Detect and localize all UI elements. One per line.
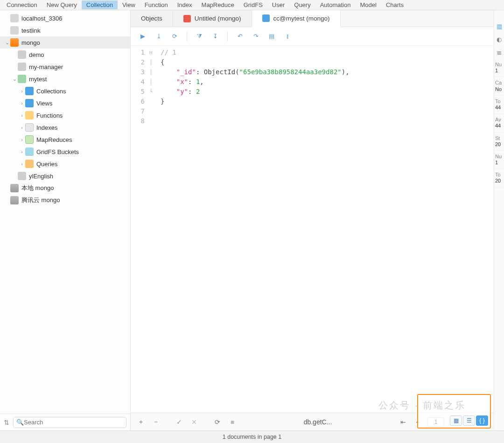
chevron-icon[interactable]: › — [19, 88, 25, 94]
search-icon: 🔍 — [16, 419, 24, 426]
stat-to: To44 — [494, 96, 504, 114]
chevron-icon[interactable]: › — [19, 137, 25, 142]
tab-label: Objects — [141, 15, 162, 22]
status-text: 1 documents in page 1 — [223, 434, 281, 440]
tree-item-gridfs-buckets[interactable]: ›GridFS Buckets — [0, 146, 130, 158]
conn-icon — [10, 196, 19, 204]
chevron-icon[interactable]: › — [19, 100, 25, 106]
stats-info-icon[interactable]: ◐ — [494, 33, 504, 46]
menu-automation[interactable]: Automation — [315, 0, 356, 9]
tree-item-my-manager[interactable]: my-manager — [0, 61, 130, 73]
view-json-button[interactable]: { } — [476, 415, 488, 426]
tab-untitled-mongo-[interactable]: Untitled (mongo) — [173, 10, 252, 27]
stat-nu: Nu1 — [494, 151, 504, 169]
tree-item-testlink[interactable]: testlink — [0, 24, 130, 36]
search-input[interactable] — [24, 419, 123, 426]
menu-gridfs[interactable]: GridFS — [239, 0, 267, 9]
status-bar: 1 documents in page 1 — [0, 430, 504, 443]
tree-item-label: Functions — [36, 112, 63, 119]
data-view-button[interactable]: ▤ — [265, 30, 278, 43]
chevron-icon[interactable]: › — [19, 149, 25, 155]
tree-item-demo[interactable]: demo — [0, 49, 130, 61]
view-grid-button[interactable]: ▦ — [450, 415, 462, 426]
stat-ca: CaNo — [494, 77, 504, 95]
menu-model[interactable]: Model — [355, 0, 381, 9]
tree-item--mongo[interactable]: 本地 mongo — [0, 182, 130, 194]
add-button[interactable]: ＋ — [135, 418, 147, 426]
stat-nu: Nu1 — [494, 59, 504, 77]
menu-index[interactable]: Index — [173, 0, 197, 9]
menu-function[interactable]: Function — [140, 0, 173, 9]
tree-item--mongo[interactable]: 腾讯云 mongo — [0, 194, 130, 206]
tab-label: Untitled (mongo) — [195, 15, 241, 22]
stat-av: Av44 — [494, 114, 504, 132]
sort-button[interactable]: ↧ — [209, 30, 222, 43]
conn-icon — [10, 14, 19, 22]
tree-item-label: mongo — [21, 39, 40, 46]
menu-connection[interactable]: Connection — [2, 0, 42, 9]
tree-item-label: my-manager — [29, 63, 63, 70]
db-icon — [18, 172, 26, 180]
conn-icon — [10, 26, 19, 35]
remove-button[interactable]: － — [150, 418, 161, 426]
tab-label: cc@mytest (mongo) — [273, 15, 330, 22]
line-gutter: 12345678 — [131, 46, 149, 413]
db-refresh-button[interactable]: ⟳ — [168, 30, 181, 43]
undo-button[interactable]: ↶ — [233, 30, 246, 43]
db-icon — [18, 50, 26, 59]
tabs: ObjectsUntitled (mongo)cc@mytest (mongo) — [131, 10, 494, 27]
db-save-button[interactable]: ⤓ — [152, 30, 165, 43]
filter-button[interactable]: ⧩ — [193, 30, 206, 43]
tree-item-label: GridFS Buckets — [36, 148, 79, 155]
tree-item-views[interactable]: ›Views — [0, 97, 130, 109]
stats-panel: ▥ ◐ ≣ Nu1CaNoTo44Av44St20Nu1To20 — [494, 10, 504, 430]
first-page-icon[interactable]: ⇤ — [398, 418, 409, 426]
menu-collection[interactable]: Collection — [82, 0, 118, 9]
tree-item-indexes[interactable]: ›Indexes — [0, 121, 130, 134]
conn-icon — [10, 184, 19, 192]
chevron-icon[interactable]: ⌄ — [4, 40, 10, 46]
stats-tab-icon[interactable]: ▥ — [494, 20, 504, 33]
chart-button[interactable]: ⫿ — [281, 30, 294, 43]
menu-view[interactable]: View — [118, 0, 140, 9]
tree-item-functions[interactable]: ›Functions — [0, 109, 130, 121]
tree-item-label: Collections — [36, 88, 66, 95]
tree-item-label: MapReduces — [36, 136, 72, 143]
tree-item-ylenglish[interactable]: ylEnglish — [0, 170, 130, 182]
chevron-icon[interactable]: › — [19, 125, 25, 130]
tab-icon — [262, 14, 270, 22]
menu-user[interactable]: User — [267, 0, 289, 9]
search-field[interactable]: 🔍 — [13, 417, 126, 428]
code-body[interactable]: // 1{ "_id": ObjectId("65e9ba38b8958244a… — [157, 46, 494, 413]
menu-charts[interactable]: Charts — [381, 0, 408, 9]
stop-button[interactable]: ■ — [227, 418, 238, 426]
tree-item-localhost-3306[interactable]: localhost_3306 — [0, 12, 130, 24]
db-play-button[interactable]: ▶ — [136, 30, 149, 43]
chevron-icon[interactable]: ⌄ — [11, 76, 18, 82]
redo-button[interactable]: ↷ — [249, 30, 262, 43]
apply-button[interactable]: ✓ — [174, 418, 185, 426]
menu-query[interactable]: Query — [289, 0, 315, 9]
folder-icon — [25, 160, 34, 168]
code-editor[interactable]: 12345678 ⊟│││└ // 1{ "_id": ObjectId("65… — [131, 46, 494, 413]
conn-icon — [10, 38, 19, 47]
tree-item-mongo[interactable]: ⌄mongo — [0, 36, 130, 49]
tree-item-collections[interactable]: ›Collections — [0, 85, 130, 97]
tree-item-mytest[interactable]: ⌄mytest — [0, 73, 130, 85]
view-tree-button[interactable]: ☰ — [463, 415, 475, 426]
tree-item-mapreduces[interactable]: ›MapReduces — [0, 134, 130, 146]
menu-mapreduce[interactable]: MapReduce — [197, 0, 239, 9]
tree-item-queries[interactable]: ›Queries — [0, 158, 130, 170]
cancel-button[interactable]: ✕ — [189, 418, 200, 426]
stats-db-icon[interactable]: ≣ — [494, 46, 504, 59]
chevron-icon[interactable]: › — [19, 113, 25, 118]
tree-item-label: 本地 mongo — [21, 184, 54, 192]
reload-button[interactable]: ⟳ — [212, 418, 223, 426]
editor-toolbar: ▶⤓⟳⧩↧↶↷▤⫿ — [131, 27, 494, 46]
tree-item-label: localhost_3306 — [21, 15, 62, 22]
filter-options-icon[interactable]: ⇅ — [4, 419, 9, 426]
menu-new-query[interactable]: New Query — [42, 0, 82, 9]
chevron-icon[interactable]: › — [19, 161, 25, 167]
tab-cc-mytest-mongo-[interactable]: cc@mytest (mongo) — [252, 10, 341, 27]
tab-objects[interactable]: Objects — [131, 10, 173, 27]
